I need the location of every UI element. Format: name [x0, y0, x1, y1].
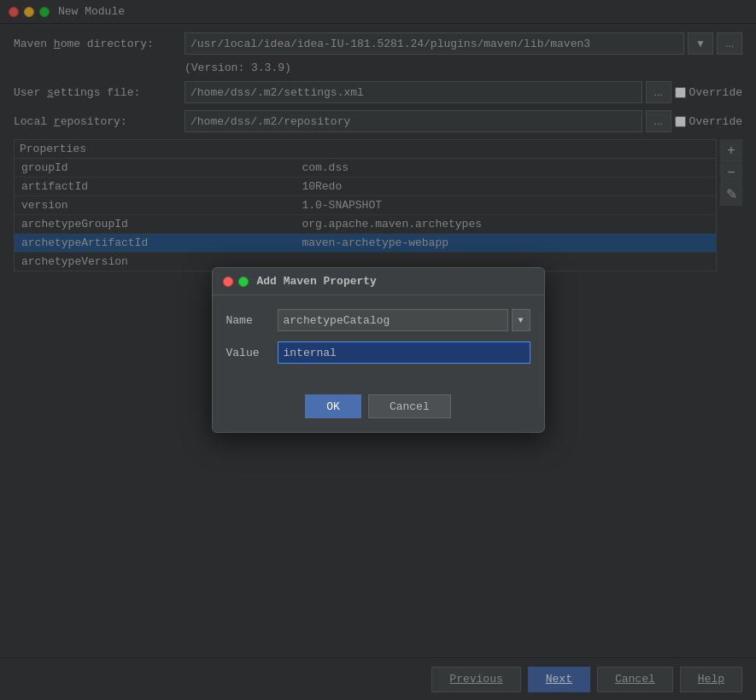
modal-value-row: Value [226, 341, 530, 364]
modal-cancel-btn[interactable]: Cancel [368, 394, 451, 418]
modal-maximize-btn[interactable] [238, 277, 249, 287]
modal-value-label: Value [226, 347, 278, 359]
add-maven-property-dialog: Add Maven Property Name ▼ Value OK [212, 267, 545, 433]
modal-name-dropdown-arrow[interactable]: ▼ [512, 309, 530, 331]
modal-body: Name ▼ Value [213, 295, 544, 388]
modal-name-row: Name ▼ [226, 309, 530, 331]
modal-name-label: Name [226, 314, 278, 327]
modal-buttons: OK Cancel [213, 388, 544, 432]
modal-traffic-lights [223, 277, 249, 287]
modal-overlay: Add Maven Property Name ▼ Value OK [0, 0, 756, 700]
modal-name-input-group: ▼ [278, 309, 530, 331]
modal-title-bar: Add Maven Property [213, 268, 544, 295]
modal-value-input-group [278, 341, 530, 364]
modal-title: Add Maven Property [257, 275, 377, 288]
modal-ok-btn[interactable]: OK [305, 394, 361, 418]
modal-value-input[interactable] [278, 341, 530, 364]
modal-name-input[interactable] [278, 309, 508, 331]
modal-close-btn[interactable] [223, 277, 233, 287]
